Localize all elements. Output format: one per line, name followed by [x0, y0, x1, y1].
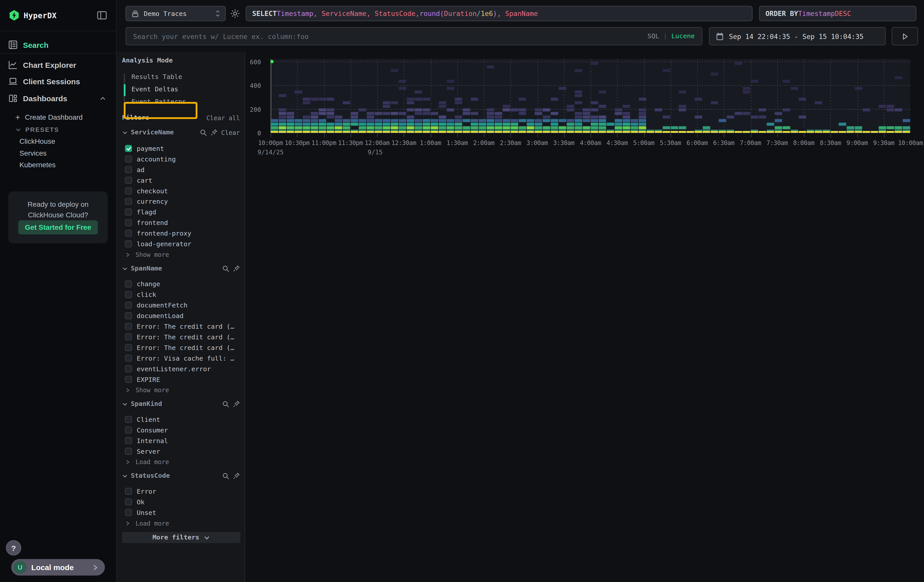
- time-range-picker[interactable]: Sep 14 22:04:35 - Sep 15 10:04:35: [709, 27, 886, 45]
- clear-all-button[interactable]: Clear all: [206, 114, 240, 122]
- more-filters-button[interactable]: More filters: [122, 532, 240, 543]
- get-started-button[interactable]: Get Started for Free: [18, 220, 98, 234]
- checkbox[interactable]: [125, 187, 132, 195]
- filter-group-name[interactable]: SpanName: [131, 264, 162, 272]
- filter-group-name[interactable]: ServiceName: [131, 128, 174, 136]
- checkbox[interactable]: [125, 312, 132, 319]
- checkbox[interactable]: [125, 416, 132, 423]
- filter-checkbox-row[interactable]: documentFetch: [122, 300, 240, 310]
- filter-checkbox-row[interactable]: Error: Visa cache full: …: [122, 353, 240, 363]
- checkbox[interactable]: [125, 145, 132, 152]
- language-lucene-option[interactable]: Lucene: [671, 32, 695, 40]
- filter-checkbox-row[interactable]: Unset: [122, 507, 240, 518]
- filter-checkbox-row[interactable]: Consumer: [122, 425, 240, 435]
- checkbox[interactable]: [125, 376, 132, 383]
- collapse-sidebar-icon[interactable]: [97, 10, 107, 21]
- checkbox[interactable]: [125, 219, 132, 226]
- select-query-input[interactable]: SELECT Timestamp, ServiceName, StatusCod…: [246, 6, 752, 21]
- checkbox[interactable]: [125, 280, 132, 287]
- filter-checkbox-row[interactable]: click: [122, 289, 240, 300]
- filter-checkbox-row[interactable]: eventListener.error: [122, 363, 240, 374]
- filter-checkbox-row[interactable]: Ok: [122, 496, 240, 507]
- help-button[interactable]: ?: [6, 540, 21, 556]
- sidebar-item-search[interactable]: Search: [0, 36, 116, 53]
- filter-checkbox-row[interactable]: load-generator: [122, 239, 240, 249]
- checkbox[interactable]: [125, 176, 132, 184]
- filter-checkbox-row[interactable]: Error: The credit card (…: [122, 321, 240, 332]
- data-source-select[interactable]: Demo Traces: [125, 6, 226, 21]
- checkbox[interactable]: [125, 241, 132, 247]
- filter-checkbox-row[interactable]: cart: [122, 175, 240, 185]
- filter-checkbox-row[interactable]: Error: The credit card (…: [122, 342, 240, 353]
- checkbox[interactable]: [125, 498, 132, 505]
- search-icon[interactable]: [200, 129, 207, 136]
- chevron-down-icon[interactable]: [122, 401, 128, 407]
- sidebar-item-chart-explorer[interactable]: Chart Explorer: [0, 58, 116, 71]
- filter-checkbox-row[interactable]: accounting: [122, 154, 240, 165]
- filter-group-name[interactable]: SpanKind: [131, 400, 162, 408]
- filter-checkbox-row[interactable]: frontend-proxy: [122, 228, 240, 239]
- filter-checkbox-row[interactable]: currency: [122, 196, 240, 207]
- show-more-button[interactable]: Show more: [122, 249, 240, 260]
- order-by-input[interactable]: ORDER BY Timestamp DESC: [759, 6, 916, 21]
- checkbox[interactable]: [125, 302, 132, 309]
- account-menu[interactable]: U Local mode: [11, 559, 105, 575]
- filter-checkbox-row[interactable]: Client: [122, 414, 240, 425]
- search-icon[interactable]: [222, 472, 229, 479]
- search-icon[interactable]: [222, 400, 229, 407]
- gear-icon[interactable]: [230, 8, 240, 19]
- checkbox[interactable]: [125, 354, 132, 362]
- checkbox[interactable]: [125, 291, 132, 298]
- language-sql-option[interactable]: SQL: [647, 32, 659, 40]
- filter-checkbox-row[interactable]: Server: [122, 446, 240, 457]
- filter-checkbox-row[interactable]: change: [122, 279, 240, 289]
- checkbox[interactable]: [125, 156, 132, 163]
- analysis-mode-event-deltas[interactable]: Event Deltas: [131, 86, 240, 94]
- filter-checkbox-row[interactable]: Internal: [122, 435, 240, 446]
- show-more-button[interactable]: Show more: [122, 385, 240, 395]
- filter-checkbox-row[interactable]: payment: [122, 143, 240, 154]
- sidebar-item-dashboards[interactable]: Dashboards: [0, 92, 116, 105]
- checkbox[interactable]: [125, 166, 132, 173]
- checkbox[interactable]: [125, 198, 132, 205]
- clear-filter-button[interactable]: Clear: [221, 129, 240, 136]
- checkbox[interactable]: [125, 426, 132, 434]
- checkbox[interactable]: [125, 448, 132, 455]
- pin-icon[interactable]: [233, 472, 240, 479]
- filter-checkbox-row[interactable]: frontend: [122, 218, 240, 228]
- chevron-down-icon[interactable]: [122, 473, 128, 478]
- checkbox[interactable]: [125, 230, 132, 237]
- filter-checkbox-row[interactable]: documentLoad: [122, 310, 240, 321]
- pin-icon[interactable]: [211, 129, 218, 136]
- search-input[interactable]: Search your events w/ Lucene ex. column:…: [125, 27, 702, 45]
- filter-checkbox-row[interactable]: Error: [122, 486, 240, 497]
- sidebar-item-client-sessions[interactable]: Client Sessions: [0, 75, 116, 88]
- checkbox[interactable]: [125, 437, 132, 444]
- checkbox[interactable]: [125, 208, 132, 216]
- checkbox[interactable]: [125, 323, 132, 330]
- checkbox[interactable]: [125, 333, 132, 341]
- chevron-down-icon[interactable]: [122, 265, 128, 271]
- presets-toggle[interactable]: PRESETS: [0, 126, 59, 133]
- create-dashboard-button[interactable]: +Create Dashboard: [0, 113, 83, 122]
- pin-icon[interactable]: [233, 400, 240, 407]
- sidebar-item-preset-services[interactable]: Services: [0, 149, 46, 157]
- chevron-down-icon[interactable]: [122, 129, 128, 135]
- load-more-button[interactable]: Load more: [122, 457, 240, 467]
- sidebar-item-preset-clickhouse[interactable]: ClickHouse: [0, 137, 55, 145]
- search-icon[interactable]: [222, 265, 229, 272]
- analysis-mode-event-patterns[interactable]: Event Patterns: [131, 98, 240, 106]
- checkbox[interactable]: [125, 509, 132, 516]
- run-query-button[interactable]: [892, 27, 918, 45]
- checkbox[interactable]: [125, 488, 132, 495]
- sidebar-item-preset-kubernetes[interactable]: Kubernetes: [0, 161, 56, 169]
- pin-icon[interactable]: [233, 265, 240, 272]
- load-more-button[interactable]: Load more: [122, 518, 240, 528]
- filter-checkbox-row[interactable]: checkout: [122, 185, 240, 196]
- checkbox[interactable]: [125, 344, 132, 351]
- filter-checkbox-row[interactable]: ad: [122, 164, 240, 175]
- filter-group-name[interactable]: StatusCode: [131, 472, 170, 480]
- filter-checkbox-row[interactable]: Error: The credit card (…: [122, 332, 240, 342]
- duration-heatmap-chart[interactable]: [271, 59, 910, 138]
- analysis-mode-results-table[interactable]: Results Table: [131, 73, 240, 81]
